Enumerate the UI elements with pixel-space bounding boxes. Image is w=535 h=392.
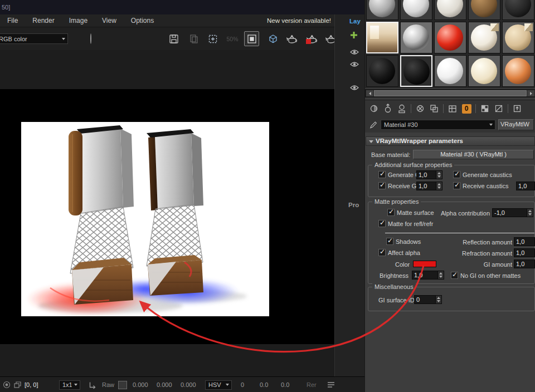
spinner-arrows[interactable]: [436, 182, 442, 190]
scrollbar-thumb[interactable]: [374, 90, 527, 96]
layer-visibility-toggle[interactable]: [350, 49, 359, 55]
spinner-arrows[interactable]: [527, 208, 533, 217]
scroll-left-button[interactable]: [366, 90, 373, 96]
material-slot[interactable]: [400, 0, 432, 20]
new-version-notice[interactable]: New version available!: [267, 17, 331, 24]
spinner-arrows[interactable]: [436, 170, 442, 179]
get-material-button[interactable]: [368, 102, 380, 115]
matte-color-swatch[interactable]: [413, 261, 436, 267]
gi-surface-id-spinner[interactable]: 0: [414, 295, 442, 304]
render-region-button[interactable]: [304, 31, 319, 46]
menu-view[interactable]: View: [95, 14, 124, 27]
menu-options[interactable]: Options: [124, 14, 161, 27]
layers-panel-tab[interactable]: Lay: [349, 18, 361, 24]
receive-caustics-spinner[interactable]: 1,0: [516, 182, 535, 190]
save-image-button[interactable]: [166, 31, 181, 46]
pixel-color-swatch[interactable]: [118, 377, 127, 392]
reset-map-button[interactable]: [414, 102, 426, 115]
pixel-ratio-dropdown[interactable]: 1x1: [59, 377, 80, 392]
spinner-value[interactable]: -1,0: [492, 208, 527, 217]
spinner-value[interactable]: 1,0: [516, 182, 535, 190]
region-select-button[interactable]: [205, 31, 220, 46]
material-slot-scene-preview[interactable]: [366, 22, 398, 53]
spinner-value[interactable]: 1,0: [416, 170, 436, 179]
generate-gi-spinner[interactable]: 1,0: [416, 170, 442, 179]
gi-amount-spinner[interactable]: 1,0: [514, 259, 535, 268]
triangle-right-icon: [530, 92, 532, 95]
properties-panel-tab[interactable]: Pro: [348, 202, 359, 208]
window-titlebar[interactable]: 50]: [0, 0, 364, 14]
material-slot[interactable]: [400, 22, 432, 53]
spinner-value[interactable]: 1,0: [416, 182, 436, 190]
generate-gi-checkbox[interactable]: Generate GI: [378, 171, 422, 178]
spinner-value[interactable]: 1,0: [514, 237, 535, 246]
put-material-button[interactable]: [382, 102, 394, 115]
spinner-value[interactable]: 1,0: [514, 259, 535, 268]
compare-button[interactable]: [13, 377, 22, 392]
save-all-channels-button[interactable]: [186, 31, 201, 46]
render-last-button[interactable]: [284, 31, 299, 46]
pick-color-button[interactable]: [88, 377, 96, 392]
color-clamp-icon[interactable]: [90, 34, 91, 44]
show-end-result-button[interactable]: [493, 102, 505, 115]
material-slot[interactable]: [502, 55, 534, 87]
history-button[interactable]: [327, 377, 335, 392]
material-slot[interactable]: [434, 0, 466, 20]
assign-material-button[interactable]: [396, 102, 408, 115]
brightness-spinner[interactable]: 1,0: [412, 271, 444, 280]
go-to-parent-button[interactable]: [511, 102, 523, 115]
material-slot[interactable]: [468, 22, 500, 53]
layer-visibility-toggle[interactable]: [350, 61, 359, 67]
isolate-select-button[interactable]: [265, 31, 280, 46]
spinner-value[interactable]: 1,0: [514, 248, 535, 257]
alpha-contribution-spinner[interactable]: -1,0: [492, 208, 533, 217]
material-id-channel-button[interactable]: 0: [460, 102, 473, 115]
affect-alpha-checkbox[interactable]: Affect alpha: [378, 249, 420, 256]
matte-surface-checkbox[interactable]: Matte surface: [387, 209, 434, 216]
stamp-button[interactable]: [2, 377, 11, 392]
color-mode-dropdown[interactable]: HSV: [205, 377, 232, 392]
material-slot[interactable]: [468, 0, 500, 20]
receive-caustics-checkbox[interactable]: Receive caustics: [453, 182, 509, 189]
matte-refl-checkbox[interactable]: Matte for refl/refr: [378, 220, 433, 227]
spinner-value[interactable]: 0: [414, 295, 436, 304]
receive-gi-checkbox[interactable]: Receive GI: [378, 182, 418, 189]
show-map-in-viewport-button[interactable]: [479, 102, 491, 115]
make-unique-button[interactable]: [428, 102, 440, 115]
no-gi-checkbox[interactable]: No GI on other mattes: [451, 272, 521, 279]
material-name-dropdown[interactable]: Material #30: [381, 120, 495, 130]
put-to-library-button[interactable]: [446, 102, 459, 115]
refraction-amount-spinner[interactable]: 1,0: [514, 248, 535, 257]
material-type-button[interactable]: VRayMtlW: [498, 119, 534, 130]
material-slot[interactable]: [502, 0, 534, 20]
generate-caustics-checkbox[interactable]: Generate caustics: [453, 171, 512, 178]
material-slot[interactable]: [468, 55, 500, 87]
menu-file[interactable]: File: [0, 14, 25, 27]
layer-visibility-toggle[interactable]: [350, 85, 359, 91]
material-slot[interactable]: [366, 55, 398, 87]
region-render-toggle[interactable]: [244, 31, 259, 46]
generate-caustics-label: Generate caustics: [463, 171, 512, 178]
receive-gi-spinner[interactable]: 1,0: [416, 182, 442, 190]
slots-scrollbar[interactable]: [365, 89, 535, 97]
scroll-right-button[interactable]: [527, 90, 534, 96]
spinner-arrows[interactable]: [438, 271, 444, 280]
spinner-value[interactable]: 1,0: [412, 271, 438, 280]
menu-render[interactable]: Render: [25, 14, 61, 27]
material-slot-active[interactable]: [400, 55, 432, 87]
material-slot[interactable]: [502, 22, 534, 53]
reflection-amount-spinner[interactable]: 1,0: [514, 237, 535, 246]
material-slot[interactable]: [366, 0, 398, 20]
material-slot[interactable]: [434, 22, 466, 53]
shadows-checkbox[interactable]: Shadows: [386, 238, 421, 245]
material-slot[interactable]: [434, 55, 466, 87]
zoom-preset-button[interactable]: 50%: [224, 31, 241, 46]
menu-image[interactable]: Image: [62, 14, 95, 27]
base-material-button[interactable]: Material #30 ( VRayMtl ): [413, 150, 534, 159]
channel-dropdown[interactable]: RGB color: [0, 33, 68, 44]
rollout-header[interactable]: VRayMtlWrapper parameters: [366, 136, 535, 146]
separator-line: [385, 233, 534, 233]
spinner-arrows[interactable]: [436, 295, 442, 304]
render-canvas[interactable]: [0, 89, 334, 344]
add-layer-button[interactable]: [350, 31, 358, 39]
